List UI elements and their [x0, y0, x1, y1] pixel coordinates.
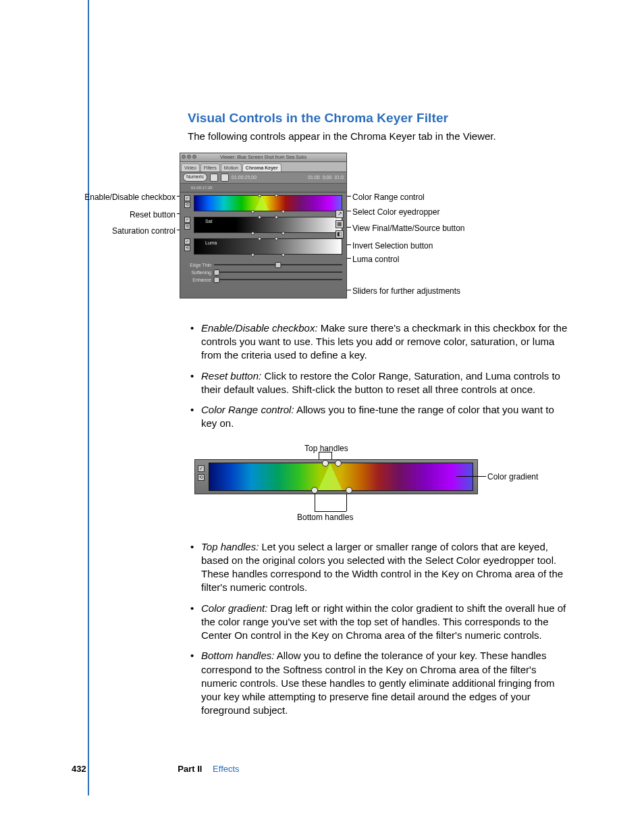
tab-video[interactable]: Video [181, 163, 200, 172]
bottom-handle[interactable] [311, 487, 318, 494]
slider-edge-thin[interactable]: Edge Thin [184, 261, 342, 269]
selection-wedge [318, 463, 342, 490]
traffic-lights [182, 155, 196, 159]
leader-line [319, 452, 331, 452]
slider-label-softening: Softening [184, 269, 211, 276]
hue-top-handle[interactable] [275, 194, 278, 197]
label-bottom-handles: Bottom handles [297, 512, 353, 523]
eyedropper-icon[interactable]: ↗ [336, 210, 344, 218]
tab-filters[interactable]: Filters [200, 163, 220, 172]
hue-selection-wedge [254, 196, 269, 211]
callout-adjust-sliders: Sliders for further adjustments [352, 286, 460, 296]
timecode-4: 01:0 [334, 174, 344, 180]
def-top-handles: Top handles: Let you select a larger or … [188, 540, 572, 595]
definition-list-2: Top handles: Let you select a larger or … [188, 540, 572, 718]
ruler-button[interactable] [183, 185, 188, 190]
sat-bottom-handle[interactable] [281, 232, 285, 235]
toolbar-nav-prev[interactable] [210, 174, 218, 182]
luma-label: Luma [205, 240, 217, 246]
chroma-keyer-panel: Viewer: Blue Screen Shot from Sea Subs V… [180, 153, 347, 298]
term-top-handles: Top handles: [201, 541, 259, 552]
callout-view-button: View Final/Matte/Source button [352, 223, 465, 234]
enable-checkbox[interactable]: ✓ [198, 465, 205, 472]
timecode-2: 01:00 [308, 174, 320, 180]
slider-label-edge-thin: Edge Thin [184, 262, 211, 268]
toolbar-nav-next[interactable] [221, 174, 229, 182]
left-blue-rule [88, 0, 89, 796]
enable-checkbox-luma[interactable]: ✓ [184, 238, 190, 244]
luma-top-handle[interactable] [258, 237, 261, 240]
panel-toolbar: Numeric 01:00:25;00 01:00 0;00 01:0 [180, 172, 346, 184]
callout-enable-disable: Enable/Disable checkbox [73, 192, 176, 203]
callout-eyedropper: Select Color eyedropper [352, 207, 439, 217]
callout-invert-button: Invert Selection button [352, 240, 433, 251]
term-color-gradient: Color gradient: [201, 602, 267, 614]
sat-top-handle[interactable] [275, 215, 278, 219]
timecode-3: 0;00 [323, 174, 332, 180]
def-bottom-handles: Bottom handles: Allow you to define the … [188, 649, 572, 717]
reset-button-hue[interactable]: ⟲ [184, 202, 190, 208]
color-range-panel: ✓ ⟲ [194, 459, 478, 494]
color-range-row: ✓ ⟲ [184, 195, 342, 211]
term-color-range: Color Range control: [201, 404, 294, 415]
slider-label-enhance: Enhance [184, 277, 211, 283]
color-gradient-strip[interactable] [209, 463, 473, 491]
callout-saturation-control: Saturation control [73, 226, 176, 236]
top-handle[interactable] [335, 460, 342, 467]
bottom-handle[interactable] [346, 487, 352, 494]
window-title: Viewer: Blue Screen Shot from Sea Subs [220, 155, 306, 159]
tab-chroma-keyer[interactable]: Chroma Keyer [242, 163, 281, 172]
leader-line [456, 476, 486, 477]
saturation-control[interactable]: Sat [194, 217, 342, 233]
label-color-gradient: Color gradient [487, 471, 538, 482]
enable-checkbox-hue[interactable]: ✓ [184, 195, 190, 201]
sat-bottom-handle[interactable] [251, 232, 254, 235]
timecode-1: 01:00:25;00 [232, 174, 257, 180]
luma-bottom-handle[interactable] [251, 253, 254, 257]
luma-control[interactable]: Luma [194, 238, 342, 255]
callout-luma-control: Luma control [352, 254, 399, 265]
callout-color-range: Color Range control [352, 192, 425, 203]
top-handle[interactable] [322, 460, 329, 467]
window-titlebar: Viewer: Blue Screen Shot from Sea Subs [180, 153, 346, 162]
numeric-button[interactable]: Numeric [183, 173, 207, 182]
panel-tabs: Video Filters Motion Chroma Keyer [180, 162, 346, 172]
term-enable-disable: Enable/Disable checkbox: [201, 322, 318, 334]
luma-bottom-handle[interactable] [281, 253, 285, 257]
invert-selection-icon[interactable]: ◧ [336, 230, 344, 238]
leader-line [315, 511, 346, 512]
hue-bottom-handle[interactable] [281, 210, 285, 213]
color-range-control[interactable] [194, 195, 342, 211]
tab-motion[interactable]: Motion [221, 163, 242, 172]
page-content: Visual Controls in the Chroma Keyer Filt… [188, 109, 572, 730]
sat-top-handle[interactable] [258, 215, 261, 219]
enable-checkbox-sat[interactable]: ✓ [184, 217, 190, 223]
matte-view-icon[interactable]: ▦ [336, 220, 344, 228]
term-bottom-handles: Bottom handles: [201, 650, 274, 661]
definition-list-1: Enable/Disable checkbox: Make sure there… [188, 321, 572, 431]
def-color-range: Color Range control: Allows you to fine-… [188, 403, 572, 431]
leader-line [346, 494, 347, 511]
ruler-timecode: 01:00:17;25 [191, 185, 213, 190]
slider-softening[interactable]: Softening [184, 269, 342, 276]
reset-button[interactable]: ⟲ [198, 474, 205, 481]
slider-enhance[interactable]: Enhance [184, 276, 342, 284]
reset-button-sat[interactable]: ⟲ [184, 224, 190, 230]
def-color-gradient: Color gradient: Drag left or right withi… [188, 602, 572, 643]
saturation-row: ✓ ⟲ Sat [184, 217, 342, 233]
footer-part: Part II [178, 764, 202, 774]
hue-top-handle[interactable] [258, 194, 261, 197]
panel-right-buttons: ↗ ▦ ◧ [336, 210, 344, 238]
term-reset: Reset button: [201, 370, 261, 382]
page-number: 432 [72, 764, 86, 774]
leader-line [315, 494, 315, 511]
section-heading: Visual Controls in the Chroma Keyer Filt… [188, 109, 572, 127]
callout-reset-button: Reset button [73, 209, 176, 220]
side-buttons: ✓ ⟲ [198, 465, 205, 481]
reset-button-luma[interactable]: ⟲ [184, 245, 190, 251]
sat-label: Sat [205, 218, 213, 224]
timeline-ruler: 01:00:17;25 [180, 184, 346, 192]
hue-bottom-handle[interactable] [251, 210, 254, 213]
figure-chroma-keyer-panel: Enable/Disable checkbox Reset button Sat… [86, 153, 572, 304]
luma-top-handle[interactable] [275, 237, 278, 240]
